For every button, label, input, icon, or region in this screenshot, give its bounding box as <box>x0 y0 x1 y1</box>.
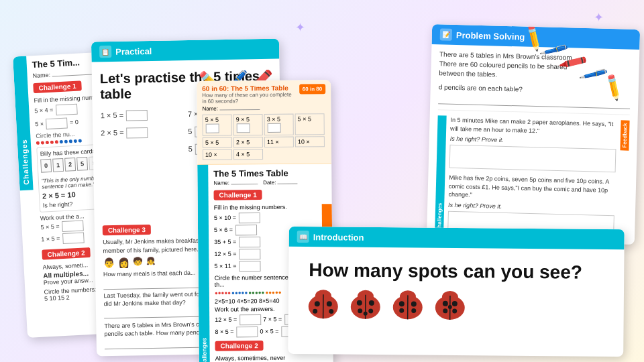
ws-challenge1: Challenge 1 <box>214 190 262 200</box>
ps-label: Problem Solving <box>456 29 525 42</box>
svg-point-14 <box>357 300 362 306</box>
svg-point-27 <box>411 308 416 313</box>
introduction-card: 📖 Introduction How many spots can you se… <box>288 227 625 357</box>
challenges-sidebar-3: Challenges <box>197 165 210 362</box>
challenge2-badge: Challenge 2 <box>42 247 91 260</box>
ps-answer-1[interactable] <box>438 95 630 109</box>
svg-point-7 <box>313 308 317 313</box>
divider <box>438 109 630 115</box>
cell-4: 5 × 5 <box>295 113 325 135</box>
math-eq3: 2 × 5 = <box>101 126 185 139</box>
date-label: Date: <box>263 180 297 186</box>
svg-point-5 <box>315 301 320 306</box>
math-eq1: 1 × 5 = <box>101 109 185 122</box>
ladybug-4 <box>432 288 469 322</box>
problem-solving-card: 📝 Problem Solving ✏️🖊️🖍️🖊️✏️ There are 5… <box>427 24 640 245</box>
mike1-text: In 5 minutes Mike can make 2 paper aerop… <box>450 116 617 137</box>
ws-challenge2: Challenge 2 <box>215 341 263 351</box>
sixty-badge: 60 in 80 <box>299 84 325 94</box>
sixty-subtitle: How many of these can you complete in 60… <box>202 92 297 105</box>
svg-point-16 <box>358 308 362 313</box>
feedback-label-ps: Feedback <box>618 120 630 239</box>
ws-challenge2-text: Always, sometimes, never <box>215 354 318 361</box>
cell-7: 11 × <box>264 137 294 147</box>
name-label: Name: <box>213 180 258 186</box>
svg-point-18 <box>364 312 368 316</box>
cell-5: 5 × 5 <box>203 137 232 147</box>
svg-point-15 <box>369 300 374 306</box>
answer-area-1[interactable] <box>449 145 616 172</box>
intro-body: How many spots can you see? <box>288 247 625 330</box>
sixty-grid: 5 × 5 9 × 5 3 × 5 5 × 5 5 × 5 2 × 5 11 ×… <box>203 113 327 160</box>
svg-point-6 <box>327 301 332 306</box>
sparkle-2: ✦ <box>594 10 604 25</box>
challenges-sidebar-ps: Challenges <box>435 115 447 234</box>
svg-point-26 <box>399 308 404 313</box>
intro-label: Introduction <box>313 232 364 243</box>
ladybugs-row <box>299 284 614 327</box>
intro-title: How many spots can you see? <box>299 253 614 287</box>
svg-point-25 <box>411 301 417 306</box>
svg-point-33 <box>443 301 448 306</box>
ladybug-3 <box>390 288 427 322</box>
svg-point-8 <box>329 309 333 314</box>
cell-8: 10 × <box>295 136 325 147</box>
practical-header: 📋 Practical <box>91 39 279 62</box>
practical-icon: 📋 <box>99 46 111 58</box>
cell-3: 3 × 5 <box>264 114 294 135</box>
worksheet-title: The 5 Times Table <box>213 168 316 178</box>
svg-point-34 <box>452 301 458 306</box>
challenge1-badge: Challenge 1 <box>33 80 82 93</box>
svg-point-17 <box>368 308 373 313</box>
sparkle-1: ✦ <box>295 20 305 35</box>
mike-section: Challenges In 5 minutes Mike can make 2 … <box>435 115 630 239</box>
ladybug-2 <box>347 288 384 321</box>
cell-6: 2 × 5 <box>233 137 263 147</box>
sixty-header: 60 in 60: The 5 Times Table How many of … <box>197 80 331 165</box>
scene: ✦ ✦ ✦ ✦ ✦ ✦ ✦ Challenges The 5 Tim... Na… <box>0 0 644 362</box>
svg-point-37 <box>448 305 452 309</box>
mike2-text: Mike has five 2p coins, seven 5p coins a… <box>448 174 615 203</box>
cell-9: 10 × <box>203 149 232 160</box>
ws-eq1: 5 × 10 = <box>214 211 317 224</box>
ps-icon: 📝 <box>440 28 452 40</box>
svg-point-24 <box>399 301 405 306</box>
name-date-row: Name: Date: <box>213 179 316 186</box>
sixty-name: Name: <box>202 105 297 112</box>
intro-icon: 📖 <box>297 231 309 243</box>
svg-point-36 <box>452 308 457 313</box>
intro-header: 📖 Introduction <box>289 227 625 249</box>
cell-1: 5 × 5 <box>203 114 232 135</box>
ladybug-1 <box>305 288 342 321</box>
challenge3-badge: Challenge 3 <box>103 225 151 235</box>
svg-point-35 <box>443 308 447 313</box>
cell-10: 4 × 5 <box>233 149 263 160</box>
cell-2: 9 × 5 <box>233 114 263 135</box>
ws-fill-text: Fill in the missing numbers. <box>214 203 317 210</box>
practical-label: Practical <box>115 46 152 56</box>
